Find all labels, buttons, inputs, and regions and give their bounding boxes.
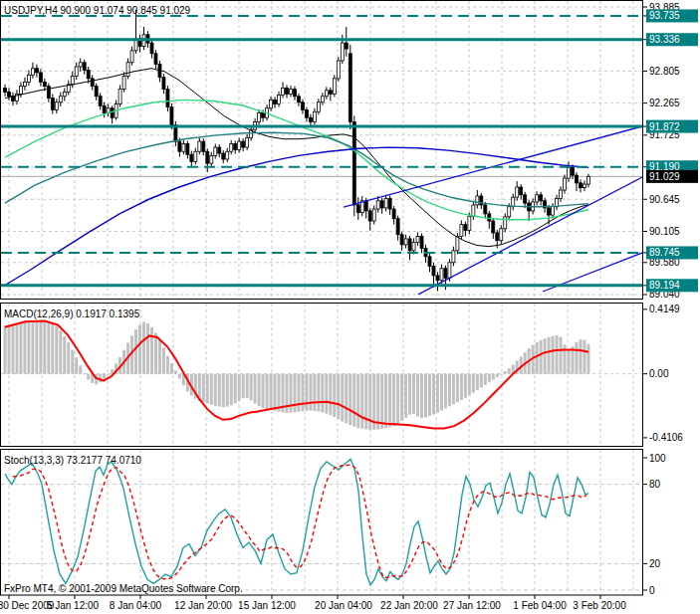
macd-hist-bar [107, 374, 110, 375]
time-label: 22 Jan 20:00 [380, 600, 438, 611]
macd-hist-bar [206, 374, 209, 404]
macd-hist-bar [556, 335, 559, 374]
price-level-label: 89.194 [649, 280, 680, 291]
macd-hist-bar [508, 368, 511, 374]
candle-body [246, 138, 249, 148]
candle-body [230, 143, 233, 151]
macd-hist-bar [412, 374, 415, 414]
macd-hist-bar [325, 374, 328, 414]
candle-body [512, 197, 515, 207]
macd-hist-bar [392, 374, 395, 426]
macd-hist-bar [384, 374, 387, 428]
macd-hist-bar [7, 324, 10, 373]
macd-hist-bar [166, 356, 169, 374]
candle-body [384, 198, 387, 208]
chart-surface[interactable]: 93.88592.80592.26591.72590.64590.10589.5… [0, 0, 700, 614]
candle-body [504, 217, 507, 229]
candle-body [162, 78, 165, 90]
candle-body [7, 93, 10, 97]
macd-hist-bar [317, 374, 320, 412]
macd-hist-bar [492, 374, 495, 380]
candle-body [31, 69, 34, 76]
candle-body [404, 239, 407, 245]
candle-body [540, 195, 543, 201]
macd-hist-bar [400, 374, 403, 421]
candle-body [35, 69, 38, 73]
macd-hist-bar [67, 342, 70, 374]
macd-hist-bar [242, 374, 245, 399]
macd-hist-bar [246, 374, 249, 398]
macd-hist-bar [432, 374, 435, 415]
candle-body [166, 90, 169, 107]
candle-body [416, 237, 419, 243]
macd-hist-bar [71, 349, 74, 373]
candle-body [99, 97, 102, 106]
macd-hist-bar [23, 322, 26, 374]
macd-hist-bar [278, 374, 281, 412]
candle-body [456, 237, 459, 251]
candle-body [500, 229, 503, 241]
macd-hist-bar [420, 374, 423, 418]
candle-body [448, 263, 451, 279]
candle-body [202, 141, 205, 151]
candle-body [352, 121, 355, 205]
candle-body [436, 276, 439, 281]
candle-body [472, 205, 475, 216]
macd-hist-bar [472, 374, 475, 393]
macd-hist-bar [226, 374, 229, 407]
price-label: 92.265 [649, 98, 680, 108]
macd-hist-bar [337, 374, 340, 420]
macd-hist-bar [560, 337, 563, 374]
macd-hist-bar [87, 374, 90, 380]
macd-hist-bar [47, 321, 50, 373]
macd-hist-bar [408, 374, 411, 415]
macd-hist-bar [214, 374, 217, 406]
candle-body [333, 79, 336, 95]
macd-hist-bar [396, 374, 399, 424]
macd-hist-bar [468, 374, 471, 396]
macd-hist-bar [63, 336, 66, 374]
candle-body [376, 201, 379, 209]
macd-hist-bar [146, 323, 149, 374]
macd-hist-bar [356, 374, 359, 428]
candle-body [564, 178, 567, 190]
macd-hist-bar [258, 374, 261, 406]
candle-body [372, 209, 375, 221]
candle-body [568, 167, 571, 178]
macd-hist-bar [218, 374, 221, 407]
macd-hist-bar [210, 374, 213, 405]
candle-body [468, 216, 471, 230]
price-label: 92.805 [649, 66, 680, 77]
macd-hist-bar [238, 374, 241, 401]
price-level-label: 93.735 [649, 10, 680, 21]
macd-hist-bar [301, 374, 304, 411]
macd-hist-bar [27, 321, 30, 373]
stoch-scale-label: 0 [649, 585, 655, 596]
candle-body [488, 214, 491, 221]
candle-body [59, 97, 62, 102]
time-label: 5 Jan 12:00 [47, 600, 100, 611]
macd-hist-bar [376, 374, 379, 430]
macd-hist-bar [460, 374, 463, 400]
macd-hist-bar [4, 325, 7, 373]
candle-body [440, 269, 443, 281]
macd-hist-bar [579, 339, 582, 374]
candle-body [452, 251, 455, 263]
candle-body [43, 82, 46, 86]
candle-body [349, 54, 351, 122]
candle-body [464, 225, 467, 231]
candle-body [170, 107, 173, 125]
time-label: 3 Feb 20:00 [573, 600, 626, 611]
candle-body [178, 141, 181, 151]
candle-body [400, 235, 403, 245]
price-level-label: 91.872 [649, 121, 680, 132]
macd-hist-bar [75, 357, 78, 374]
candle-body [364, 201, 367, 211]
candle-body [122, 76, 125, 89]
macd-hist-bar [230, 374, 233, 406]
candle-body [242, 141, 245, 147]
stoch-scale-label: 80 [649, 479, 661, 490]
macd-hist-bar [274, 374, 277, 411]
macd-hist-bar [313, 374, 316, 411]
candle-body [39, 73, 42, 83]
